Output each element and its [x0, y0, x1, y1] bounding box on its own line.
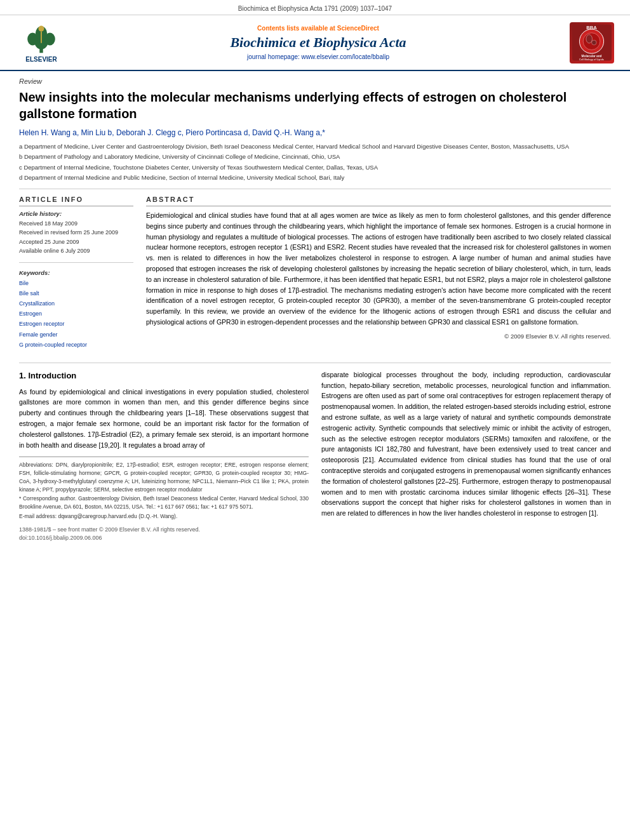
main-content: Review New insights into the molecular m… [0, 71, 630, 549]
affiliation-b: b Department of Pathology and Laboratory… [19, 152, 611, 161]
body-col-left: 1. Introduction As found by epidemiologi… [19, 370, 309, 543]
journal-main-title: Biochimica et Biophysica Acta [70, 34, 566, 51]
svg-text:Cell Biology of Lipids: Cell Biology of Lipids [579, 58, 604, 61]
abbreviations-footnote: Abbreviations: DPN, diarylpropionitrile;… [19, 461, 309, 493]
doi-line: doi:10.1016/j.bbalip.2009.06.006 [19, 534, 309, 543]
keyword-5: Female gender [19, 330, 133, 340]
email-footnote: E-mail address: dqwang@caregroup.harvard… [19, 512, 309, 521]
article-info-column: ARTICLE INFO Article history: Received 1… [19, 196, 133, 356]
info-abstract-layout: ARTICLE INFO Article history: Received 1… [19, 196, 611, 356]
journal-line: Biochimica et Biophysica Acta 1791 (2009… [238, 5, 392, 12]
journal-title-area: Contents lists available at ScienceDirec… [70, 25, 566, 60]
keywords-section: Keywords: Bile Bile salt Crystallization… [19, 269, 133, 350]
svg-point-11 [592, 40, 597, 45]
affiliation-a: a Department of Medicine, Liver Center a… [19, 142, 611, 151]
keyword-6: G protein-coupled receptor [19, 340, 133, 350]
keyword-0: Bile [19, 278, 133, 288]
corresponding-footnote: * Corresponding author. Gastroenterology… [19, 495, 309, 511]
body-text-right: disparate biological processes throughou… [321, 370, 611, 519]
svg-text:BBA: BBA [586, 25, 597, 30]
body-divider [19, 363, 611, 363]
received-date: Received 18 May 2009 Received in revised… [19, 219, 133, 256]
elsevier-tree-svg [19, 23, 64, 55]
keywords-label: Keywords: [19, 269, 133, 276]
article-info-header: ARTICLE INFO [19, 196, 133, 206]
body-two-col: 1. Introduction As found by epidemiologi… [19, 370, 611, 543]
sciencedirect-link: Contents lists available at ScienceDirec… [70, 25, 566, 32]
journal-footer: 1388-1981/$ – see front matter © 2009 El… [19, 526, 309, 543]
affiliations: a Department of Medicine, Liver Center a… [19, 142, 611, 182]
svg-point-10 [586, 35, 593, 43]
history-section: Article history: Received 18 May 2009 Re… [19, 210, 133, 256]
copyright-line: © 2009 Elsevier B.V. All rights reserved… [146, 333, 611, 340]
body-text-left: As found by epidemiological and clinical… [19, 387, 309, 451]
elsevier-brand-text: ELSEVIER [25, 56, 57, 63]
journal-homepage: journal homepage: www.elsevier.com/locat… [70, 53, 566, 60]
keyword-2: Crystallization [19, 298, 133, 309]
body-col-right: disparate biological processes throughou… [321, 370, 611, 543]
svg-text:Molecular and: Molecular and [582, 55, 602, 58]
article-type: Review [19, 77, 611, 85]
journal-header: Biochimica et Biophysica Acta 1791 (2009… [0, 0, 630, 15]
bba-logo: Molecular and Cell Biology of Lipids BBA [566, 20, 617, 65]
footnotes-area: Abbreviations: DPN, diarylpropionitrile;… [19, 457, 309, 542]
affiliation-d: d Department of Internal Medicine and Pu… [19, 173, 611, 182]
banner-area: ELSEVIER Contents lists available at Sci… [0, 15, 630, 71]
authors-line: Helen H. Wang a, Min Liu b, Deborah J. C… [19, 128, 611, 137]
keyword-3: Estrogen [19, 309, 133, 319]
section1-title: 1. Introduction [19, 370, 309, 383]
svg-point-5 [38, 25, 44, 31]
history-label: Article history: [19, 210, 133, 217]
issn-line: 1388-1981/$ – see front matter © 2009 El… [19, 526, 309, 535]
bba-logo-svg: Molecular and Cell Biology of Lipids BBA [572, 23, 612, 62]
info-divider [19, 262, 133, 263]
keyword-1: Bile salt [19, 288, 133, 298]
abstract-header: ABSTRACT [146, 196, 611, 206]
keywords-list: Bile Bile salt Crystallization Estrogen … [19, 278, 133, 350]
abstract-text: Epidemiological and clinical studies hav… [146, 210, 611, 328]
affiliation-c: c Department of Internal Medicine, Touch… [19, 163, 611, 172]
abstract-column: ABSTRACT Epidemiological and clinical st… [146, 196, 611, 356]
elsevier-logo: ELSEVIER [13, 20, 70, 65]
bba-logo-box: Molecular and Cell Biology of Lipids BBA [570, 22, 614, 63]
keyword-4: Estrogen receptor [19, 319, 133, 329]
article-divider [19, 189, 611, 189]
article-title: New insights into the molecular mechanis… [19, 89, 611, 122]
